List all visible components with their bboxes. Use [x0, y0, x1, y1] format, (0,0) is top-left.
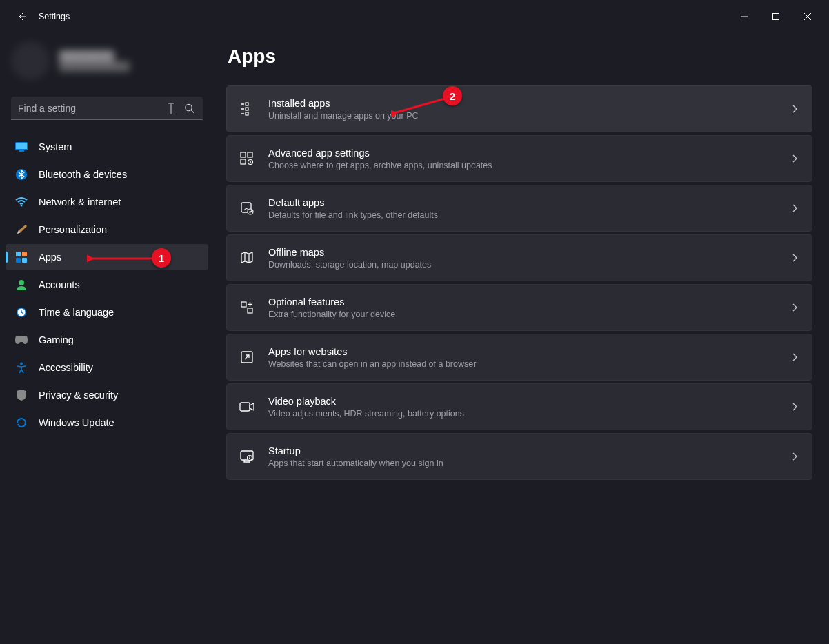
svg-rect-9 — [16, 258, 21, 263]
sidebar-item-label: Network & internet — [39, 197, 121, 208]
card-title: Installed apps — [268, 97, 779, 110]
chevron-right-icon — [792, 254, 798, 262]
back-button[interactable] — [15, 10, 29, 23]
card-subtitle: Video adjustments, HDR streaming, batter… — [268, 409, 779, 419]
sidebar-item-label: Apps — [39, 252, 61, 263]
svg-point-22 — [250, 161, 251, 163]
svg-rect-17 — [246, 112, 248, 115]
sidebar-item-time[interactable]: Time & language — [6, 299, 208, 325]
default-apps-icon — [239, 201, 254, 216]
svg-rect-19 — [248, 152, 252, 157]
system-icon — [15, 141, 28, 153]
window-title: Settings — [39, 12, 70, 21]
main-content: Apps Installed apps Uninstall and manage… — [214, 33, 829, 644]
sidebar-item-label: Bluetooth & devices — [39, 169, 127, 180]
close-button[interactable] — [792, 6, 823, 28]
search-field[interactable] — [11, 97, 203, 120]
card-default-apps[interactable]: Default apps Defaults for file and link … — [226, 185, 812, 232]
svg-rect-10 — [22, 258, 27, 263]
sidebar-item-accessibility[interactable]: Accessibility — [6, 354, 208, 381]
svg-rect-25 — [241, 302, 246, 307]
svg-rect-8 — [22, 252, 27, 256]
wifi-icon — [15, 196, 28, 208]
sidebar-item-system[interactable]: System — [6, 134, 208, 160]
shield-icon — [15, 389, 28, 401]
apps-icon — [15, 251, 28, 263]
video-icon — [239, 399, 254, 414]
nav: System Bluetooth & devices Network & int… — [0, 131, 214, 436]
card-apps-for-websites[interactable]: Apps for websites Websites that can open… — [226, 334, 812, 381]
svg-point-6 — [21, 205, 23, 207]
chevron-right-icon — [792, 105, 798, 113]
svg-point-1 — [186, 104, 192, 110]
search-input[interactable] — [11, 97, 203, 120]
sidebar-item-label: Personalization — [39, 224, 107, 235]
svg-rect-20 — [241, 159, 246, 164]
sidebar-item-label: Accessibility — [39, 362, 93, 373]
text-cursor-icon — [168, 103, 169, 113]
chevron-right-icon — [792, 353, 798, 361]
minimize-icon — [741, 13, 748, 20]
search-icon — [184, 103, 194, 114]
sidebar-item-network[interactable]: Network & internet — [6, 189, 208, 215]
maximize-icon — [772, 13, 779, 20]
sidebar-item-label: Time & language — [39, 307, 114, 318]
svg-rect-26 — [248, 308, 252, 313]
bluetooth-icon — [15, 168, 28, 181]
card-startup[interactable]: Startup Apps that start automatically wh… — [226, 433, 812, 480]
chevron-right-icon — [792, 452, 798, 461]
card-title: Optional features — [268, 296, 779, 309]
gamepad-icon — [15, 334, 28, 346]
arrow-left-icon — [17, 11, 28, 22]
user-profile[interactable]: ████████ ████████████ — [11, 39, 203, 83]
card-video-playback[interactable]: Video playback Video adjustments, HDR st… — [226, 383, 812, 430]
svg-point-11 — [19, 280, 24, 285]
card-advanced-app-settings[interactable]: Advanced app settings Choose where to ge… — [226, 135, 812, 182]
card-optional-features[interactable]: Optional features Extra functionality fo… — [226, 284, 812, 331]
minimize-button[interactable] — [728, 6, 760, 28]
sidebar-item-label: Privacy & security — [39, 390, 118, 401]
maximize-button[interactable] — [760, 6, 792, 28]
card-subtitle: Downloads, storage location, map updates — [268, 260, 779, 270]
card-subtitle: Extra functionality for your device — [268, 310, 779, 319]
card-title: Video playback — [268, 395, 779, 408]
titlebar: Settings — [0, 0, 829, 33]
clock-icon — [15, 306, 28, 319]
card-subtitle: Apps that start automatically when you s… — [268, 459, 779, 468]
sidebar-item-accounts[interactable]: Accounts — [6, 272, 208, 298]
sidebar-item-bluetooth[interactable]: Bluetooth & devices — [6, 161, 208, 188]
annotation-marker-1: 1 — [152, 248, 171, 268]
sidebar-item-personalization[interactable]: Personalization — [6, 217, 208, 243]
card-installed-apps[interactable]: Installed apps Uninstall and manage apps… — [226, 85, 812, 132]
sidebar-item-privacy[interactable]: Privacy & security — [6, 382, 208, 408]
accessibility-icon — [15, 361, 28, 374]
open-external-icon — [239, 350, 254, 365]
card-title: Default apps — [268, 197, 779, 210]
chevron-right-icon — [792, 303, 798, 312]
chevron-right-icon — [792, 204, 798, 212]
svg-rect-3 — [16, 143, 27, 149]
svg-rect-28 — [240, 403, 250, 411]
sidebar-item-gaming[interactable]: Gaming — [6, 327, 208, 353]
sidebar-item-label: System — [39, 141, 72, 152]
chevron-right-icon — [792, 154, 798, 163]
sidebar-item-label: Gaming — [39, 334, 74, 345]
annotation-arrow-2 — [391, 96, 448, 117]
optional-features-icon — [239, 300, 254, 315]
sidebar-item-label: Windows Update — [39, 417, 114, 428]
card-subtitle: Choose where to get apps, archive apps, … — [268, 161, 779, 170]
svg-rect-16 — [246, 108, 248, 110]
annotation-arrow-1 — [87, 250, 153, 267]
sidebar-item-update[interactable]: Windows Update — [6, 410, 208, 436]
card-title: Startup — [268, 445, 779, 458]
sidebar-item-label: Accounts — [39, 279, 80, 290]
card-subtitle: Websites that can open in an app instead… — [268, 359, 779, 369]
avatar — [11, 41, 50, 80]
card-title: Advanced app settings — [268, 147, 779, 160]
card-title: Offline maps — [268, 246, 779, 259]
chevron-right-icon — [792, 403, 798, 411]
card-offline-maps[interactable]: Offline maps Downloads, storage location… — [226, 234, 812, 281]
installed-apps-icon — [239, 101, 254, 117]
svg-point-14 — [20, 363, 23, 365]
startup-icon — [239, 449, 254, 464]
